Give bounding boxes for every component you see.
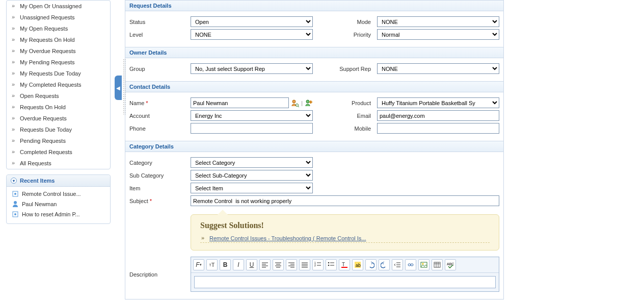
rte-bold-icon[interactable]: B xyxy=(220,259,231,270)
sidebar-view-item[interactable]: My Requests Due Today xyxy=(7,68,110,79)
subject-input[interactable] xyxy=(191,195,499,206)
sidebar-view-item[interactable]: My Open Or Unassigned xyxy=(7,1,110,12)
description-textarea[interactable] xyxy=(194,276,496,288)
sub-category-select[interactable]: Select Sub-Category xyxy=(191,170,313,181)
suggest-title: Suggest Solutions! xyxy=(200,221,490,230)
label-level: Level xyxy=(129,32,191,38)
svg-point-45 xyxy=(422,263,424,265)
svg-line-7 xyxy=(298,106,299,107)
svg-text:T: T xyxy=(342,262,345,267)
rte-table-icon[interactable] xyxy=(432,259,443,270)
sidebar-view-item[interactable]: My Overdue Requests xyxy=(7,45,110,57)
section-request-details: Request Details xyxy=(125,0,503,11)
rte-text-color-icon[interactable]: T xyxy=(339,259,350,270)
request-form: Request Details Status Open Mode NONE Le… xyxy=(125,0,504,299)
add-contact-icon[interactable] xyxy=(305,99,313,107)
recent-item[interactable]: How to reset Admin P... xyxy=(9,209,108,219)
suggest-link[interactable]: Remote Control Issues - Troubleshooting … xyxy=(209,235,366,241)
rte-align-left-icon[interactable] xyxy=(259,259,271,270)
rte-font-size-icon[interactable]: TT xyxy=(206,259,218,270)
recent-items-box: ▾ Recent Items Remote Control Issue...Pa… xyxy=(6,174,111,224)
label-email: Email xyxy=(316,113,377,119)
phone-input[interactable] xyxy=(191,123,313,134)
label-support-rep: Support Rep xyxy=(316,66,377,72)
level-select[interactable]: NONE xyxy=(191,29,313,40)
svg-text:2: 2 xyxy=(314,264,316,267)
contact-lookup-icon[interactable] xyxy=(291,99,299,107)
label-product: Product xyxy=(316,100,377,106)
group-select[interactable]: No, Just select Support Rep xyxy=(191,63,313,74)
svg-point-4 xyxy=(14,213,16,215)
rte-redo-icon[interactable] xyxy=(379,259,390,270)
collapse-sidebar-handle[interactable]: ◀ xyxy=(115,76,122,100)
rte-toolbar: F▾ TT B I U 12 T xyxy=(191,257,499,273)
sidebar-view-item[interactable]: Pending Requests xyxy=(7,135,110,146)
rte-underline-icon[interactable]: U xyxy=(246,259,257,270)
sidebar-view-item[interactable]: My Pending Requests xyxy=(7,57,110,68)
rte-align-center-icon[interactable] xyxy=(273,259,284,270)
rte-align-right-icon[interactable] xyxy=(286,259,297,270)
sidebar-view-item[interactable]: Unassigned Requests xyxy=(7,12,110,23)
priority-select[interactable]: Normal xyxy=(377,29,499,40)
support-rep-select[interactable]: NONE xyxy=(377,63,499,74)
label-item: Item xyxy=(129,185,191,191)
mobile-input[interactable] xyxy=(377,123,499,134)
account-select[interactable]: Energy Inc xyxy=(191,110,313,121)
svg-rect-43 xyxy=(411,264,413,266)
label-mobile: Mobile xyxy=(316,126,377,132)
recent-items-header[interactable]: ▾ Recent Items xyxy=(7,175,110,187)
rte-align-justify-icon[interactable] xyxy=(299,259,310,270)
label-status: Status xyxy=(129,19,191,25)
sidebar-view-item[interactable]: Requests On Hold xyxy=(7,102,110,113)
svg-text:ab: ab xyxy=(356,263,361,268)
rte-highlight-icon[interactable]: ab xyxy=(352,259,363,270)
name-input[interactable] xyxy=(191,97,289,108)
sidebar-view-item[interactable]: Completed Requests xyxy=(7,146,110,158)
rte-outdent-icon[interactable] xyxy=(392,259,403,270)
rte-ordered-list-icon[interactable]: 12 xyxy=(312,259,324,270)
svg-point-32 xyxy=(328,265,330,266)
rte-unordered-list-icon[interactable] xyxy=(326,259,337,270)
sidebar-view-item[interactable]: My Requests On Hold xyxy=(7,34,110,45)
request-icon xyxy=(12,190,19,197)
label-group: Group xyxy=(129,66,191,72)
section-contact-details: Contact Details xyxy=(125,81,503,92)
recent-item[interactable]: Remote Control Issue... xyxy=(9,189,108,199)
sidebar-view-item[interactable]: All Requests xyxy=(7,158,110,169)
recent-item-label: Remote Control Issue... xyxy=(22,191,81,197)
email-input[interactable] xyxy=(377,110,499,121)
status-select[interactable]: Open xyxy=(191,16,313,27)
recent-item-label: How to reset Admin P... xyxy=(22,211,80,217)
sidebar-view-item[interactable]: My Completed Requests xyxy=(7,79,110,90)
sidebar-view-item[interactable]: Requests Due Today xyxy=(7,124,110,135)
label-priority: Priority xyxy=(316,32,377,38)
rte-italic-icon[interactable]: I xyxy=(233,259,244,270)
label-subject: Subject* xyxy=(129,198,191,204)
rte-undo-icon[interactable] xyxy=(365,259,377,270)
sidebar-view-item[interactable]: Overdue Requests xyxy=(7,113,110,124)
request-icon xyxy=(12,211,19,218)
svg-point-6 xyxy=(296,104,299,106)
item-select[interactable]: Select Item xyxy=(191,183,313,193)
svg-point-5 xyxy=(292,100,296,103)
label-name: Name* xyxy=(129,100,191,106)
sidebar-view-item[interactable]: My Open Requests xyxy=(7,23,110,34)
rte-font-family-icon[interactable]: F▾ xyxy=(193,259,204,270)
rte-spellcheck-icon[interactable]: ABC xyxy=(445,259,456,270)
suggest-solutions-panel: Suggest Solutions! Remote Control Issues… xyxy=(191,214,499,251)
svg-point-31 xyxy=(328,262,330,264)
rte-link-icon[interactable] xyxy=(405,259,416,270)
resize-grip-icon[interactable] xyxy=(123,59,126,115)
recent-item[interactable]: Paul Newman xyxy=(9,199,108,209)
sidebar-view-item[interactable]: Open Requests xyxy=(7,90,110,102)
product-select[interactable]: Huffy Titanium Portable Basketball Sy xyxy=(377,97,499,108)
contact-icon xyxy=(12,201,19,208)
mode-select[interactable]: NONE xyxy=(377,16,499,27)
category-select[interactable]: Select Category xyxy=(191,157,313,168)
rte-image-icon[interactable] xyxy=(418,259,430,270)
label-mode: Mode xyxy=(316,19,377,25)
description-editor: F▾ TT B I U 12 T xyxy=(191,257,499,292)
svg-point-2 xyxy=(14,201,17,204)
chevron-down-icon: ▾ xyxy=(11,178,17,184)
svg-rect-36 xyxy=(341,267,347,268)
